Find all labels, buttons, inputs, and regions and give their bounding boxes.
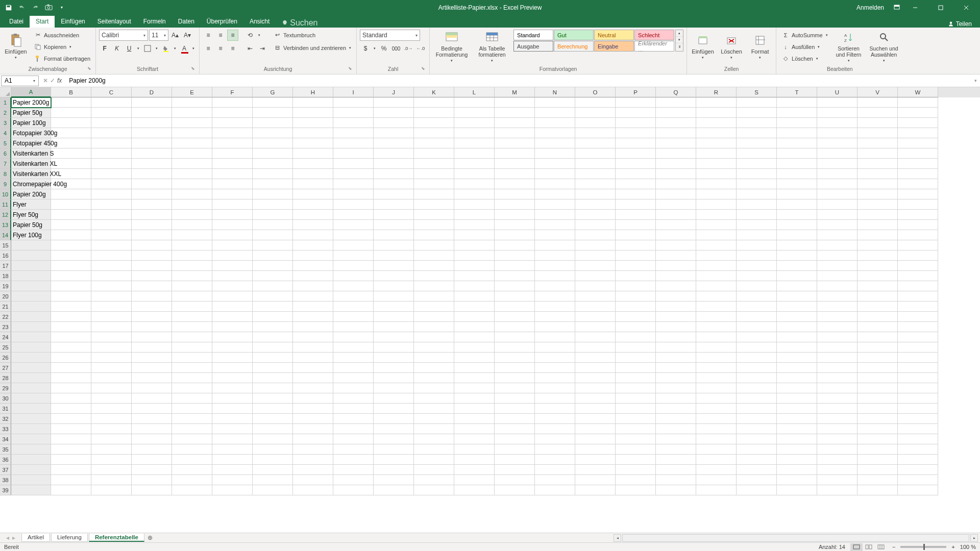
cell[interactable]	[293, 485, 333, 495]
save-icon[interactable]	[4, 3, 13, 12]
cell[interactable]	[414, 251, 454, 261]
cell[interactable]	[575, 251, 616, 261]
cell[interactable]	[212, 128, 253, 138]
cell[interactable]	[454, 220, 495, 230]
cell[interactable]	[737, 138, 777, 148]
cell[interactable]	[656, 291, 696, 302]
col-header-M[interactable]: M	[495, 87, 535, 97]
cell[interactable]	[293, 281, 333, 291]
cell[interactable]	[575, 363, 616, 373]
cell[interactable]	[11, 291, 51, 302]
cell[interactable]	[454, 353, 495, 363]
cell[interactable]	[132, 118, 172, 128]
cell[interactable]	[414, 97, 454, 108]
tell-me-search[interactable]: Suchen	[282, 18, 317, 28]
cell[interactable]	[414, 455, 454, 465]
cell[interactable]	[11, 383, 51, 393]
cell[interactable]	[51, 434, 91, 444]
cell[interactable]	[293, 393, 333, 404]
cell[interactable]	[495, 383, 535, 393]
cell[interactable]	[91, 240, 132, 251]
cell[interactable]	[898, 363, 938, 373]
cell[interactable]	[777, 475, 817, 485]
cell[interactable]	[454, 148, 495, 159]
cell[interactable]	[575, 230, 616, 240]
cell[interactable]	[212, 465, 253, 475]
cell[interactable]	[696, 373, 737, 383]
style-gallery-scroll[interactable]: ▴▾⊻	[675, 30, 683, 52]
cell[interactable]	[817, 148, 857, 159]
cell[interactable]	[51, 363, 91, 373]
cell[interactable]	[333, 251, 374, 261]
cell[interactable]	[333, 108, 374, 118]
cell[interactable]	[857, 291, 898, 302]
redo-icon[interactable]	[31, 3, 40, 12]
cell[interactable]	[857, 220, 898, 230]
cell[interactable]	[495, 169, 535, 179]
cell[interactable]	[374, 261, 414, 271]
cell[interactable]	[696, 128, 737, 138]
cell[interactable]	[132, 97, 172, 108]
cell[interactable]	[132, 199, 172, 210]
cell[interactable]	[898, 271, 938, 281]
cell[interactable]	[414, 128, 454, 138]
cell[interactable]	[132, 353, 172, 363]
orientation-dd[interactable]: ▾	[257, 30, 262, 41]
cell[interactable]	[535, 322, 575, 332]
cell[interactable]	[454, 169, 495, 179]
cell[interactable]	[737, 189, 777, 199]
cell[interactable]	[253, 118, 293, 128]
cell[interactable]	[132, 383, 172, 393]
cell[interactable]	[495, 261, 535, 271]
cell[interactable]	[414, 230, 454, 240]
cell[interactable]	[414, 434, 454, 444]
cell[interactable]	[737, 455, 777, 465]
cell[interactable]	[616, 414, 656, 424]
cell[interactable]	[414, 444, 454, 455]
row-header[interactable]: 39	[0, 485, 11, 495]
col-header-H[interactable]: H	[293, 87, 333, 97]
cell[interactable]	[817, 108, 857, 118]
cell[interactable]	[11, 332, 51, 342]
cell[interactable]	[898, 485, 938, 495]
cell[interactable]	[414, 404, 454, 414]
cell[interactable]	[857, 444, 898, 455]
tab-seitenlayout[interactable]: Seitenlayout	[91, 16, 137, 28]
cell[interactable]	[172, 251, 212, 261]
cell[interactable]	[212, 444, 253, 455]
cell[interactable]: Visitenkarten XXL	[11, 169, 51, 179]
cell[interactable]	[575, 240, 616, 251]
cell[interactable]	[414, 383, 454, 393]
cell[interactable]	[696, 240, 737, 251]
row-header[interactable]: 10	[0, 189, 11, 199]
cell[interactable]	[132, 404, 172, 414]
cell[interactable]	[91, 332, 132, 342]
dialog-launcher-icon[interactable]: ⬊	[421, 66, 425, 71]
cell[interactable]	[696, 220, 737, 230]
cell[interactable]	[293, 261, 333, 271]
cell[interactable]	[857, 210, 898, 220]
align-bottom-icon[interactable]: ≡	[227, 30, 238, 41]
cell[interactable]	[495, 353, 535, 363]
cell[interactable]	[696, 189, 737, 199]
cell[interactable]	[414, 342, 454, 353]
row-header[interactable]: 15	[0, 240, 11, 251]
cell[interactable]	[575, 291, 616, 302]
cell[interactable]	[777, 414, 817, 424]
cell[interactable]	[253, 97, 293, 108]
cell[interactable]	[777, 393, 817, 404]
row-header[interactable]: 27	[0, 363, 11, 373]
cell[interactable]	[817, 475, 857, 485]
cell[interactable]	[616, 404, 656, 414]
cell-style-berechnung[interactable]: Berechnung	[554, 41, 594, 52]
cell[interactable]	[212, 312, 253, 322]
cell[interactable]	[132, 414, 172, 424]
cell[interactable]	[777, 189, 817, 199]
cell[interactable]	[696, 261, 737, 271]
cell[interactable]	[11, 363, 51, 373]
col-header-N[interactable]: N	[535, 87, 575, 97]
cell[interactable]	[535, 118, 575, 128]
cell[interactable]	[575, 342, 616, 353]
cell[interactable]	[616, 291, 656, 302]
cell[interactable]	[857, 97, 898, 108]
